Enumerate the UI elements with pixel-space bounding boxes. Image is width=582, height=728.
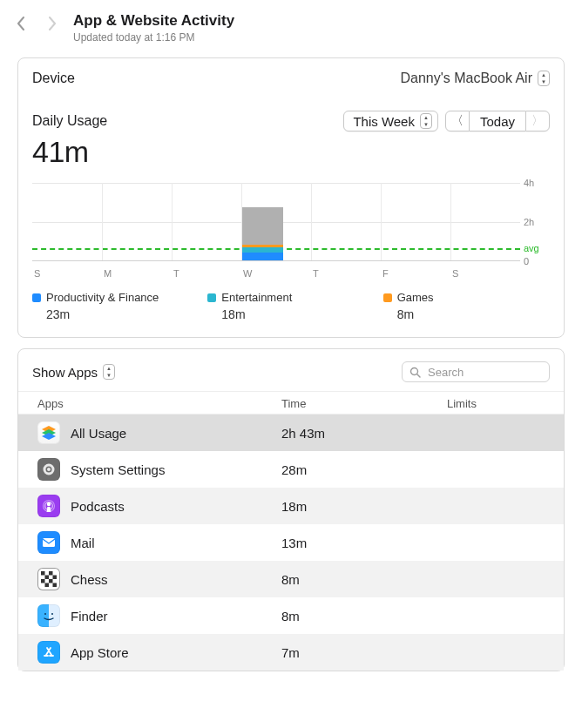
chart-bar-segment [242, 247, 283, 253]
svg-rect-9 [41, 571, 45, 576]
legend-label: Productivity & Finance [46, 291, 159, 304]
daily-usage-label: Daily Usage [32, 113, 107, 129]
next-period-button[interactable]: 〉 [525, 111, 550, 131]
svg-rect-14 [49, 579, 53, 583]
svg-rect-10 [49, 571, 53, 576]
chart-x-label: M [104, 268, 112, 279]
svg-rect-12 [53, 576, 58, 580]
legend-label: Entertainment [221, 291, 292, 304]
avg-label: avg [524, 243, 550, 253]
show-apps-label: Show Apps [32, 365, 98, 380]
ytick-2h: 2h [524, 217, 550, 227]
chart-x-label: F [382, 268, 389, 279]
legend-item: Entertainment18m [207, 291, 374, 321]
chart-x-label: T [173, 268, 179, 279]
legend-item: Productivity & Finance23m [32, 291, 199, 321]
svg-rect-7 [43, 538, 55, 547]
page-title: App & Website Activity [73, 12, 234, 30]
forward-button[interactable] [47, 16, 58, 31]
chevron-right-icon: 〉 [531, 113, 544, 129]
chart-bar-segment [242, 253, 283, 260]
chart-day-col [32, 183, 102, 260]
svg-line-1 [417, 374, 421, 377]
usage-chart: 4h 2h 0 avg SMTWTFS [32, 183, 550, 279]
chart-x-label: S [34, 268, 40, 279]
svg-point-17 [44, 613, 46, 615]
app-icon-gear [37, 458, 60, 481]
svg-rect-16 [53, 583, 58, 588]
app-time: 8m [281, 572, 447, 587]
legend-label: Games [397, 291, 434, 304]
app-name: Mail [71, 536, 95, 550]
back-button[interactable] [16, 16, 26, 31]
svg-rect-15 [45, 583, 50, 588]
app-time: 2h 43m [281, 426, 447, 441]
chart-day-col [381, 183, 450, 260]
chart-x-label: S [452, 268, 458, 279]
device-selected-value: Danny's MacBook Air [400, 71, 532, 86]
app-row[interactable]: Podcasts18m [18, 488, 564, 524]
app-icon-store [37, 641, 60, 664]
app-row[interactable]: Mail13m [18, 524, 564, 561]
chart-day-col [311, 183, 381, 260]
page-subtitle: Updated today at 1:16 PM [73, 31, 234, 44]
app-icon-finder [37, 604, 60, 627]
chevron-left-icon: 〈 [451, 113, 464, 129]
chart-day-col [241, 183, 311, 260]
svg-rect-13 [41, 579, 45, 583]
app-time: 28m [281, 462, 447, 477]
app-row[interactable]: System Settings28m [18, 451, 564, 488]
period-select[interactable]: This Week ▲▼ [343, 111, 438, 131]
updown-stepper-icon: ▲▼ [420, 113, 432, 129]
search-icon [409, 367, 421, 378]
legend-value: 8m [383, 307, 550, 321]
app-icon-chess [37, 568, 60, 590]
svg-rect-11 [45, 576, 50, 580]
app-time: 8m [281, 609, 447, 624]
app-row[interactable]: Finder8m [18, 597, 564, 634]
legend-swatch [32, 293, 41, 302]
app-name: App Store [71, 645, 129, 660]
app-name: System Settings [71, 462, 165, 477]
column-header-apps[interactable]: Apps [37, 397, 281, 410]
svg-point-3 [47, 468, 51, 471]
chart-bar-segment [242, 207, 283, 245]
legend-swatch [207, 293, 216, 302]
daily-usage-total: 41m [32, 135, 550, 169]
app-row[interactable]: App Store7m [18, 634, 564, 671]
legend-swatch [383, 293, 392, 302]
updown-stepper-icon: ▲▼ [538, 71, 550, 86]
prev-period-button[interactable]: 〈 [445, 111, 470, 131]
chart-day-col [450, 183, 520, 260]
column-header-time[interactable]: Time [281, 397, 447, 410]
ytick-0: 0 [524, 256, 550, 266]
app-icon-mail [37, 531, 60, 554]
app-name: Podcasts [71, 499, 125, 514]
app-icon-pod [37, 495, 60, 517]
column-header-limits[interactable]: Limits [447, 397, 550, 410]
today-button[interactable]: Today [470, 111, 525, 131]
device-select[interactable]: Danny's MacBook Air ▲▼ [400, 71, 550, 86]
app-name: All Usage [71, 426, 126, 441]
search-input[interactable] [426, 365, 542, 380]
chart-x-label: T [313, 268, 319, 279]
chart-bar-segment [242, 245, 283, 247]
period-selected-value: This Week [353, 114, 415, 129]
legend-item: Games8m [383, 291, 550, 321]
chart-day-col [102, 183, 172, 260]
chart-day-col [172, 183, 241, 260]
app-name: Chess [71, 572, 108, 587]
legend-value: 18m [207, 307, 374, 321]
app-row[interactable]: All Usage2h 43m [18, 415, 564, 451]
show-apps-select[interactable]: Show Apps ▲▼ [32, 364, 115, 380]
legend-value: 23m [32, 307, 199, 321]
ytick-4h: 4h [524, 178, 550, 188]
app-row[interactable]: Chess8m [18, 561, 564, 597]
search-box[interactable] [402, 361, 550, 382]
updown-stepper-icon: ▲▼ [103, 364, 115, 380]
today-label: Today [480, 114, 515, 129]
app-icon-stack [37, 421, 60, 444]
app-time: 7m [281, 645, 447, 660]
app-time: 18m [281, 499, 447, 514]
app-name: Finder [71, 609, 108, 624]
